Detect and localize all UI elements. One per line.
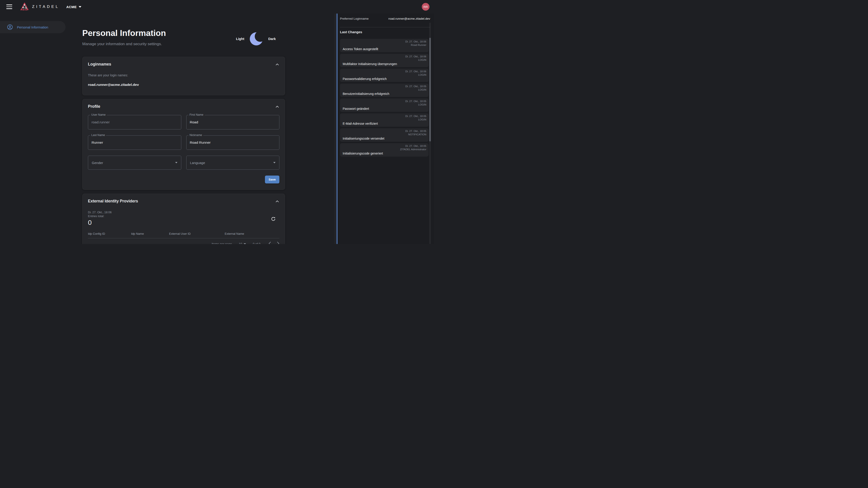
last-change-item[interactable]: Di. 27. Okt., 18:05 LOGIN E-Mail-Adresse… (340, 113, 429, 127)
event-title: E-Mail-Adresse verifiziert (343, 122, 426, 125)
activity-panel: Preferred Loginname road.runner@acme.zit… (337, 13, 434, 244)
loginname-value: road.runner@acme.zitadel.dev (88, 83, 279, 87)
language-select-label: Language (190, 161, 205, 165)
lastname-field[interactable]: Last Name Runner (88, 135, 181, 150)
nickname-value[interactable]: Road Runner (190, 140, 276, 144)
moon-icon[interactable] (249, 32, 264, 46)
refresh-button[interactable] (270, 216, 277, 223)
event-editor: NOTIFICATION (405, 133, 426, 136)
language-select[interactable]: Language (186, 156, 280, 170)
event-title: Initialiseriungscode versendet (343, 137, 426, 140)
lastname-value[interactable]: Runner (92, 140, 178, 144)
sidebar: Personal Information (0, 13, 66, 244)
chevron-right-icon (277, 241, 279, 244)
org-name: ACME (66, 5, 76, 9)
refresh-icon (271, 216, 276, 222)
loginnames-title: Loginnames (88, 62, 111, 67)
chevron-up-icon (276, 64, 279, 66)
save-button[interactable]: Save (265, 175, 279, 184)
next-page-button[interactable] (277, 241, 279, 244)
chevron-down-icon (273, 162, 276, 163)
collapse-loginnames-button[interactable] (275, 62, 279, 67)
table-column-header: External User ID (169, 232, 225, 235)
chevron-up-icon (276, 200, 279, 202)
zitadel-console: ZITADEL ACME RR Personal Information Per… (0, 0, 434, 244)
event-title: Multifaktor Initialisierung übersprungen (343, 62, 426, 66)
items-per-page-label: Items per page (212, 242, 232, 244)
nickname-label: Nickname (188, 133, 204, 137)
event-title: Passwort geändert (343, 107, 426, 110)
page-size-value: 10 (239, 242, 242, 244)
panel-scrollbar-thumb[interactable] (429, 38, 431, 141)
event-timestamp: Di. 27. Okt., 18:05 (405, 115, 426, 118)
avatar-initials: RR (423, 5, 428, 8)
person-icon (7, 24, 13, 30)
table-column-header: Idp Name (131, 232, 169, 235)
main-scrollbar[interactable] (335, 13, 336, 244)
last-change-item[interactable]: Di. 27. Okt., 18:06 LOGIN Passwortvalidi… (340, 69, 429, 82)
last-changes-title: Last Changes (340, 30, 430, 34)
event-timestamp: Di. 27. Okt., 18:06 (405, 40, 426, 43)
chevron-down-icon (79, 6, 81, 8)
event-timestamp: Di. 27. Okt., 18:05 (400, 144, 426, 148)
event-timestamp: Di. 27. Okt., 18:06 (405, 55, 426, 58)
page-title: Personal Information (82, 29, 166, 37)
gender-select[interactable]: Gender (88, 156, 181, 170)
chevron-down-icon (244, 243, 246, 244)
idps-entries-total: 0 (88, 219, 279, 227)
last-change-item[interactable]: Di. 27. Okt., 18:06 LOGIN Multifaktor In… (340, 54, 429, 67)
external-idps-card: External Identity Providers Di. 27. Okt.… (82, 194, 285, 244)
profile-card: Profile User Name road.runner First Name… (82, 99, 285, 190)
last-change-item[interactable]: Di. 27. Okt., 18:05 NOTIFICATION Initial… (340, 128, 429, 142)
sidebar-item-personal-information[interactable]: Personal Information (0, 21, 66, 33)
chevron-left-icon (269, 241, 271, 244)
event-title: Initialisierungscode generiert (343, 152, 426, 155)
event-timestamp: Di. 27. Okt., 18:05 (405, 85, 426, 88)
idps-entries-label: Entries total: (88, 214, 279, 218)
event-editor: LOGIN (405, 118, 426, 121)
firstname-field[interactable]: First Name Road (186, 115, 280, 129)
org-switcher[interactable]: ACME (66, 5, 81, 9)
username-value: road.runner (92, 120, 178, 124)
theme-light-label[interactable]: Light (236, 37, 244, 41)
top-bar: ZITADEL ACME RR (0, 0, 434, 13)
chevron-up-icon (276, 106, 279, 108)
preferred-loginname-row: Preferred Loginname road.runner@acme.zit… (340, 17, 430, 20)
event-editor: LOGIN (405, 103, 426, 106)
idps-table-header: Idp Config IDIdp NameExternal User IDExt… (88, 232, 279, 235)
event-editor: Road Runner (405, 43, 426, 47)
collapse-idps-button[interactable] (275, 199, 279, 203)
table-divider (88, 238, 279, 238)
theme-toggle[interactable]: Light Dark (236, 32, 276, 46)
event-title: Benutzerinitialisierung erfolgreich (343, 92, 426, 96)
event-timestamp: Di. 27. Okt., 18:06 (405, 70, 426, 73)
loginnames-card: Loginnames These are your login names: r… (82, 57, 285, 95)
menu-icon[interactable] (6, 4, 12, 9)
zitadel-logo-icon (20, 2, 29, 12)
chevron-down-icon (175, 162, 178, 163)
nickname-field[interactable]: Nickname Road Runner (186, 135, 280, 150)
main-content: Personal Information Manage your informa… (82, 13, 285, 244)
last-change-item[interactable]: Di. 27. Okt., 18:05 LOGIN Passwort geänd… (340, 98, 429, 112)
preferred-loginname-label: Preferred Loginname (340, 17, 369, 20)
gender-select-label: Gender (92, 161, 103, 165)
last-change-item[interactable]: Di. 27. Okt., 18:05 LOGIN Benutzerinitia… (340, 84, 429, 97)
event-timestamp: Di. 27. Okt., 18:05 (405, 129, 426, 133)
avatar[interactable]: RR (422, 3, 430, 11)
paginator: Items per page 10 0 of 0 (88, 241, 279, 244)
event-editor: ZITADEL Administrator (400, 148, 426, 151)
last-changes-list: Di. 27. Okt., 18:06 Road Runner Access T… (340, 39, 429, 157)
lastname-label: Last Name (90, 133, 106, 137)
previous-page-button[interactable] (269, 241, 271, 244)
theme-dark-label[interactable]: Dark (268, 37, 276, 41)
page-size-select[interactable]: 10 (239, 242, 246, 244)
collapse-profile-button[interactable] (275, 105, 279, 109)
event-editor: LOGIN (405, 73, 426, 76)
event-editor: LOGIN (405, 88, 426, 92)
event-title: Access Token ausgestellt (343, 47, 426, 51)
preferred-loginname-value: road.runner@acme.zitadel.dev (388, 17, 430, 20)
firstname-value[interactable]: Road (190, 120, 276, 124)
last-change-item[interactable]: Di. 27. Okt., 18:06 Road Runner Access T… (340, 39, 429, 52)
last-change-item[interactable]: Di. 27. Okt., 18:05 ZITADEL Administrato… (340, 143, 429, 157)
brand-wordmark: ZITADEL (32, 4, 59, 9)
